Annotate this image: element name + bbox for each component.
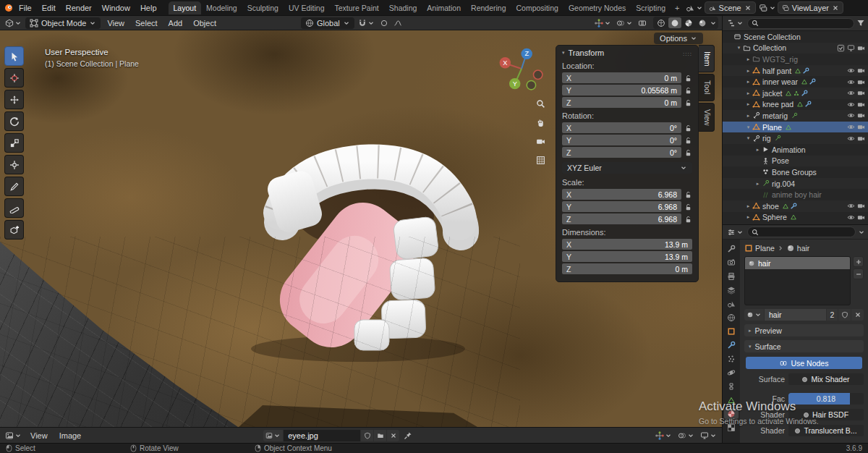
render-toggle-camera-icon[interactable] <box>857 213 865 221</box>
render-toggle-camera-icon[interactable] <box>857 111 865 119</box>
workspace-tab-layout[interactable]: Layout <box>169 1 202 14</box>
unlink-material-button[interactable] <box>851 309 864 321</box>
disclosure-triangle[interactable]: ▸ <box>744 68 752 74</box>
tool-rotate[interactable] <box>4 111 24 131</box>
render-toggle-camera-icon[interactable] <box>857 123 865 131</box>
viewport-menu-object[interactable]: Object <box>189 18 221 28</box>
shading-solid[interactable] <box>668 17 681 28</box>
lock-toggle[interactable] <box>684 98 692 107</box>
disclosure-triangle[interactable]: ▾ <box>735 45 743 51</box>
disclosure-triangle[interactable]: ▾ <box>744 135 752 141</box>
properties-tab-view-layer[interactable] <box>724 284 739 295</box>
image-name-field[interactable]: eyee.jpg <box>284 430 360 441</box>
render-toggle-camera-icon[interactable] <box>857 101 865 109</box>
material-slot-list[interactable]: hair <box>744 256 851 305</box>
open-image-button[interactable] <box>374 430 386 441</box>
lock-toggle[interactable] <box>684 74 692 82</box>
monitor-icon[interactable] <box>847 44 855 52</box>
disclosure-triangle[interactable]: ▸ <box>744 101 752 107</box>
value-field[interactable]: Y0° <box>562 135 681 145</box>
hide-toggle-eye-icon[interactable] <box>847 101 855 109</box>
workspace-tab-compositing[interactable]: Compositing <box>511 1 563 14</box>
workspace-tab-scripting[interactable]: Scripting <box>631 1 671 14</box>
tool-move[interactable] <box>4 90 24 109</box>
orientation-dropdown[interactable]: Global <box>301 17 354 29</box>
viewport-menu-add[interactable]: Add <box>164 18 187 28</box>
gizmos-dropdown[interactable] <box>593 18 613 28</box>
properties-filter-chevron-icon[interactable] <box>858 229 865 236</box>
outliner-search-input[interactable] <box>761 20 850 27</box>
menu-file[interactable]: File <box>14 3 36 13</box>
value-field[interactable]: Z6.968 <box>562 213 681 224</box>
render-toggle-camera-icon[interactable] <box>857 78 865 86</box>
outliner-row-plane[interactable]: ▾Plane <box>723 122 868 133</box>
workspace-tab-sculpting[interactable]: Sculpting <box>242 1 284 14</box>
render-toggle-camera-icon[interactable] <box>857 67 865 75</box>
perspective-toggle-button[interactable] <box>534 153 547 166</box>
disclosure-triangle[interactable]: ▸ <box>754 147 762 153</box>
hide-toggle-eye-icon[interactable] <box>847 89 855 97</box>
value-field[interactable]: X0 m <box>562 72 681 83</box>
unlink-viewlayer-icon[interactable] <box>832 4 839 12</box>
value-field[interactable]: Y6.968 <box>562 201 681 212</box>
outliner-row-rig[interactable]: ▾rig <box>723 132 868 144</box>
tool-cursor[interactable] <box>4 68 24 88</box>
shading-wireframe[interactable] <box>655 17 668 28</box>
tool-select-box[interactable] <box>4 46 24 66</box>
outliner-row-shoe[interactable]: ▸shoe <box>723 200 868 212</box>
checkbox-icon[interactable] <box>837 44 845 52</box>
material-users-count[interactable]: 2 <box>827 309 838 321</box>
properties-tab-render[interactable] <box>724 257 739 268</box>
render-toggle-camera-icon[interactable] <box>857 89 865 97</box>
property-menu-translucent-b[interactable]: Translucent B... <box>788 425 864 436</box>
workspace-tab-modeling[interactable]: Modeling <box>201 1 242 14</box>
panel-drag-grip[interactable]: :::: <box>683 48 692 57</box>
value-field[interactable]: Z0 m <box>562 263 692 274</box>
outliner-row-pose[interactable]: Pose <box>723 156 868 167</box>
tool-add-cube[interactable] <box>4 220 24 240</box>
outliner-row-anime-boy-hair[interactable]: anime boy hair <box>723 189 868 200</box>
menu-window[interactable]: Window <box>98 3 135 13</box>
shading-rendered[interactable] <box>696 17 709 28</box>
pin-button[interactable] <box>402 431 414 441</box>
viewport-menu-select[interactable]: Select <box>131 18 162 28</box>
hide-toggle-eye-icon[interactable] <box>847 135 855 143</box>
tool-annotate[interactable] <box>4 177 24 196</box>
hide-toggle-eye-icon[interactable] <box>847 123 855 131</box>
browse-viewlayer-icon[interactable] <box>759 4 767 12</box>
lock-toggle[interactable] <box>684 203 692 211</box>
disclosure-triangle[interactable]: ▸ <box>744 90 752 96</box>
material-slot-hair[interactable]: hair <box>745 257 850 269</box>
scene-browse-chevron-icon[interactable] <box>696 4 703 12</box>
sidebar-tab-view[interactable]: View <box>699 103 715 132</box>
material-name-field[interactable]: hair <box>765 309 826 321</box>
mode-dropdown[interactable]: Object Mode <box>25 17 101 29</box>
outliner-row-animation[interactable]: ▸Animation <box>723 144 868 156</box>
viewlayer-browse-chevron-icon[interactable] <box>769 4 776 12</box>
proportional-edit-toggle[interactable] <box>378 18 390 28</box>
image-menu-image[interactable]: Image <box>55 431 86 441</box>
tool-scale[interactable] <box>4 133 24 153</box>
breadcrumb-item-plane[interactable]: Plane <box>755 244 775 253</box>
outliner-row-jacket[interactable]: ▸jacket <box>723 88 868 99</box>
tool-measure[interactable] <box>4 198 24 218</box>
outliner-editor-type-button[interactable] <box>726 18 745 28</box>
property-menu-mix-shader[interactable]: Mix Shader <box>788 373 864 385</box>
snap-toggle[interactable] <box>357 18 376 28</box>
add-material-slot-button[interactable] <box>853 256 864 267</box>
fake-user-button[interactable] <box>838 309 851 321</box>
hide-toggle-eye-icon[interactable] <box>847 213 855 221</box>
outliner-row-bone-groups[interactable]: Bone Groups <box>723 166 868 178</box>
disclosure-triangle[interactable]: ▸ <box>744 79 752 85</box>
viewport-menu-view[interactable]: View <box>103 18 129 28</box>
scene-selector[interactable]: Scene <box>705 1 756 14</box>
workspace-tab-animation[interactable]: Animation <box>422 1 466 14</box>
render-toggle-camera-icon[interactable] <box>857 135 865 143</box>
unlink-image-button[interactable] <box>387 430 399 441</box>
properties-tab-output[interactable] <box>724 271 739 281</box>
teeth-model[interactable] <box>239 137 485 362</box>
breadcrumb-item-hair[interactable]: hair <box>797 244 810 253</box>
properties-tab-scene[interactable] <box>724 298 739 309</box>
lock-toggle[interactable] <box>684 215 692 224</box>
value-field[interactable]: Z0° <box>562 147 681 158</box>
